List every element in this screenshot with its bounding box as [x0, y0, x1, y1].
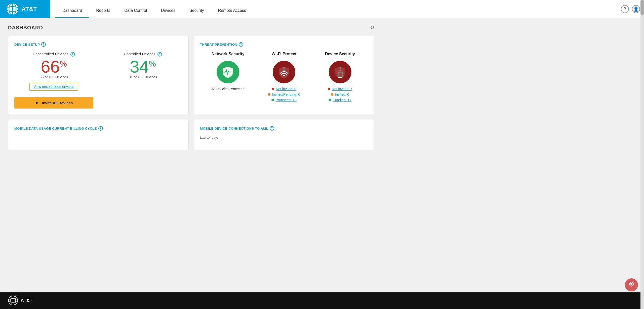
chat-bubble[interactable] [625, 278, 638, 291]
svg-text:!: ! [283, 66, 285, 72]
svg-point-15 [9, 298, 18, 302]
wifi-protected: Protected: 13 [260, 98, 308, 102]
wifi-protect-svg: ! [277, 65, 291, 79]
network-security-status: All Policies Protected [204, 87, 252, 91]
device-setup-content: Uncontrolled Devices ? 66% 66 of 100 Dev… [14, 52, 182, 109]
network-security-svg [221, 66, 234, 79]
device-enrolled-link[interactable]: Enrolled: 17 [333, 98, 351, 102]
svg-point-7 [283, 75, 285, 76]
nav-remote-access[interactable]: Remote Access [211, 4, 253, 18]
device-security-col: Device Security ! Not invited: 7 [312, 52, 368, 104]
controlled-help-icon[interactable]: ? [157, 52, 162, 57]
device-invited-link[interactable]: Invited: 6 [335, 92, 349, 96]
chat-icon [627, 281, 635, 289]
bottom-cards-row: MOBILE DATA USAGE CURRENT BILLING CYCLE … [8, 120, 374, 150]
network-security-icon [217, 61, 239, 83]
mobile-connections-subtitle: Last 14 days [200, 136, 368, 139]
device-enrolled: Enrolled: 17 [316, 98, 364, 102]
controlled-percent: 34% [103, 58, 182, 75]
uncontrolled-stat: Uncontrolled Devices ? 66% 66 of 100 Dev… [14, 52, 93, 109]
device-not-invited-dot [328, 88, 330, 90]
header-actions: ? 👤 [617, 0, 644, 18]
device-setup-title: DEVICE SETUP ? [14, 42, 182, 47]
mobile-data-title: MOBILE DATA USAGE CURRENT BILLING CYCLE … [14, 126, 182, 131]
network-security-col: Network Security All Policies Protected [200, 52, 256, 104]
svg-point-12 [630, 283, 632, 285]
threat-prevention-title: THREAT PREVENTION ? [200, 42, 368, 47]
footer-logo: AT&T [8, 295, 32, 305]
nav-reports[interactable]: Reports [89, 4, 117, 18]
wifi-protect-col: Wi-Fi Protect ! Not invited [256, 52, 312, 104]
scrollbar-track[interactable] [640, 0, 644, 309]
network-security-title: Network Security [204, 52, 252, 56]
help-button[interactable]: ? [621, 5, 629, 13]
header: AT&T Dashboard Reports Data Control Devi… [0, 0, 644, 18]
page-header: DASHBOARD ↻ [8, 24, 374, 31]
wifi-not-invited: Not invited: 8 [260, 87, 308, 91]
uncontrolled-count: 66 of 100 Devices [14, 75, 93, 79]
att-logo: AT&T [6, 3, 37, 16]
footer-brand-name: AT&T [21, 298, 32, 303]
main-nav: Dashboard Reports Data Control Devices S… [50, 0, 617, 18]
svg-text:!: ! [339, 66, 341, 72]
threat-prevention-card: THREAT PREVENTION ? Network Security [194, 36, 374, 115]
wifi-protected-dot [271, 99, 274, 101]
wifi-not-invited-dot [272, 88, 274, 90]
mobile-connections-title: MOBILE DEVICE CONNECTIONS TO AML ? [200, 126, 368, 131]
device-invited: Invited: 6 [316, 92, 364, 96]
mobile-data-card: MOBILE DATA USAGE CURRENT BILLING CYCLE … [8, 120, 189, 150]
device-invited-dot [331, 93, 333, 96]
wifi-protect-title: Wi-Fi Protect [260, 52, 308, 56]
uncontrolled-help-icon[interactable]: ? [70, 52, 75, 57]
page-content: DASHBOARD ↻ DEVICE SETUP ? Uncontrolled … [0, 18, 382, 161]
nav-security[interactable]: Security [182, 4, 211, 18]
footer: AT&T [0, 292, 644, 309]
controlled-stat: Controlled Devices ? 34% 34 of 100 Devic… [103, 52, 182, 83]
wifi-invited-pending-dot [268, 93, 270, 96]
mobile-connections-help-icon[interactable]: ? [270, 126, 274, 131]
wifi-protect-icon: ! [273, 61, 295, 83]
uncontrolled-percent: 66% [14, 58, 93, 75]
top-cards-row: DEVICE SETUP ? Uncontrolled Devices ? 66… [8, 36, 374, 115]
invite-all-button[interactable]: ► Invite All Devices [14, 97, 93, 109]
user-button[interactable]: 👤 [632, 5, 640, 13]
refresh-button[interactable]: ↻ [370, 24, 374, 31]
threat-content: Network Security All Policies Protected [200, 52, 368, 104]
page-title: DASHBOARD [8, 25, 43, 31]
device-security-svg: ! [333, 65, 347, 79]
svg-point-14 [11, 296, 16, 305]
att-brand-name: AT&T [22, 6, 37, 12]
nav-dashboard[interactable]: Dashboard [55, 4, 89, 18]
svg-point-13 [9, 296, 18, 305]
view-uncontrolled-link[interactable]: View uncontrolled devices [29, 83, 78, 91]
threat-prevention-help-icon[interactable]: ? [239, 42, 243, 47]
uncontrolled-label: Uncontrolled Devices ? [14, 52, 93, 57]
device-setup-card: DEVICE SETUP ? Uncontrolled Devices ? 66… [8, 36, 189, 115]
mobile-data-help-icon[interactable]: ? [98, 126, 103, 131]
controlled-count: 34 of 100 Devices [103, 75, 182, 79]
nav-devices[interactable]: Devices [154, 4, 182, 18]
wifi-not-invited-link[interactable]: Not invited: 8 [276, 87, 296, 91]
footer-globe-icon [8, 295, 18, 305]
logo-area: AT&T [0, 0, 50, 18]
device-security-title: Device Security [316, 52, 364, 56]
controlled-label: Controlled Devices ? [103, 52, 182, 57]
wifi-invited-pending-link[interactable]: Invited/Pending: 6 [272, 92, 300, 96]
scrollbar-thumb[interactable] [640, 0, 644, 15]
device-not-invited-link[interactable]: Not invited: 7 [332, 87, 352, 91]
att-globe-icon [6, 3, 19, 16]
device-security-icon: ! [329, 61, 351, 83]
invite-arrow-icon: ► [35, 100, 39, 106]
device-enrolled-dot [329, 99, 331, 101]
mobile-connections-card: MOBILE DEVICE CONNECTIONS TO AML ? Last … [194, 120, 374, 150]
wifi-protected-link[interactable]: Protected: 13 [275, 98, 296, 102]
device-setup-help-icon[interactable]: ? [41, 42, 46, 47]
nav-data-control[interactable]: Data Control [117, 4, 154, 18]
device-not-invited: Not invited: 7 [316, 87, 364, 91]
wifi-invited-pending: Invited/Pending: 6 [260, 92, 308, 96]
